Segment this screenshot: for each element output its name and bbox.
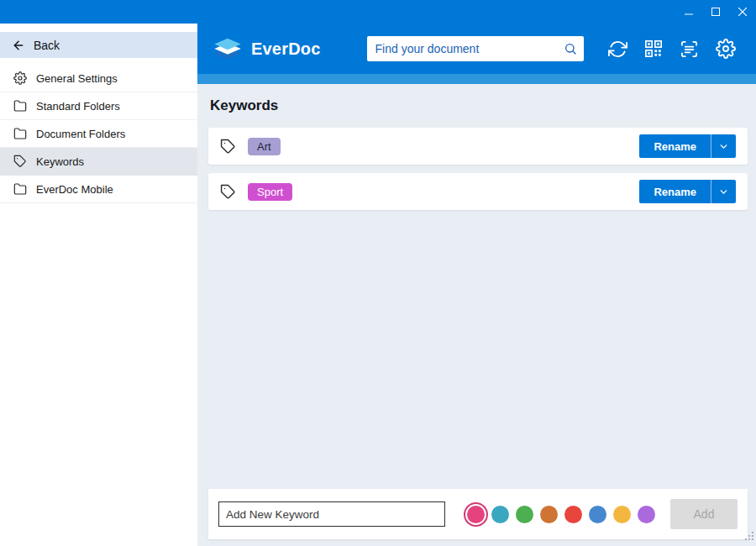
color-swatch-blue[interactable] [589, 506, 606, 523]
search-box[interactable] [367, 36, 584, 61]
chevron-down-icon[interactable] [711, 134, 736, 158]
close-icon [738, 8, 747, 16]
everdoc-logo-icon [213, 36, 243, 61]
gear-icon [13, 71, 27, 85]
rename-button[interactable]: Rename [639, 134, 736, 158]
color-swatch-green[interactable] [516, 506, 533, 523]
minimize-button[interactable] [675, 0, 702, 24]
search-input[interactable] [375, 42, 564, 55]
sync-icon[interactable] [608, 39, 627, 59]
keyword-row: Art Rename [208, 128, 748, 165]
back-arrow-icon [12, 39, 25, 52]
folder-icon [13, 182, 27, 196]
tag-icon [220, 184, 236, 200]
add-keyword-bar: Add [208, 489, 748, 539]
sidebar-item-label: EverDoc Mobile [36, 183, 113, 196]
page-title: Keywords [210, 97, 748, 114]
rename-label: Rename [639, 134, 711, 158]
qr-code-icon[interactable] [644, 39, 663, 58]
color-swatch-pink[interactable] [467, 506, 485, 523]
sidebar-item-general-settings[interactable]: General Settings [0, 65, 197, 92]
header-icons [608, 39, 741, 59]
settings-icon[interactable] [716, 39, 736, 59]
sidebar-item-document-folders[interactable]: Document Folders [0, 120, 197, 148]
sidebar-item-label: Document Folders [36, 128, 125, 140]
search-icon[interactable] [564, 42, 577, 55]
color-swatch-purple[interactable] [638, 506, 655, 523]
keyword-badge: Art [248, 138, 281, 155]
rename-button[interactable]: Rename [639, 180, 736, 203]
add-button[interactable]: Add [670, 499, 738, 529]
sidebar-item-label: General Settings [36, 72, 118, 85]
sidebar-item-label: Standard Folders [36, 100, 120, 113]
tag-icon [13, 155, 27, 168]
color-swatch-amber[interactable] [613, 506, 631, 523]
chevron-down-icon[interactable] [711, 180, 736, 203]
new-keyword-input[interactable] [218, 501, 445, 527]
tag-icon [220, 139, 236, 155]
color-swatches [467, 506, 655, 523]
color-swatch-orange[interactable] [540, 506, 558, 523]
keyword-row: Sport Rename [208, 173, 748, 210]
app-header: EverDoc [197, 24, 756, 74]
app-name: EverDoc [251, 39, 321, 59]
rename-label: Rename [639, 180, 711, 203]
color-swatch-red[interactable] [564, 506, 582, 523]
folder-icon [13, 127, 27, 140]
maximize-button[interactable] [702, 0, 729, 24]
back-button[interactable]: Back [0, 32, 197, 58]
sidebar-list: General Settings Standard Folders Docume… [0, 65, 197, 203]
titlebar [0, 0, 756, 24]
main-content: Keywords Art Rename Sport Rename [197, 84, 756, 546]
scan-icon[interactable] [680, 39, 699, 59]
sidebar: Back General Settings Standard Folders D… [0, 24, 197, 546]
maximize-icon [711, 8, 720, 16]
sidebar-item-everdoc-mobile[interactable]: EverDoc Mobile [0, 176, 197, 203]
header-accent-band [197, 74, 756, 84]
resize-grip[interactable] [743, 529, 754, 544]
sidebar-item-keywords[interactable]: Keywords [0, 148, 197, 176]
color-swatch-teal[interactable] [491, 506, 509, 523]
sidebar-item-label: Keywords [36, 155, 84, 168]
sidebar-item-standard-folders[interactable]: Standard Folders [0, 92, 197, 120]
minimize-icon [685, 8, 693, 16]
folder-icon [13, 99, 27, 113]
back-label: Back [34, 39, 60, 52]
close-button[interactable] [729, 0, 756, 24]
keyword-badge: Sport [248, 183, 292, 201]
